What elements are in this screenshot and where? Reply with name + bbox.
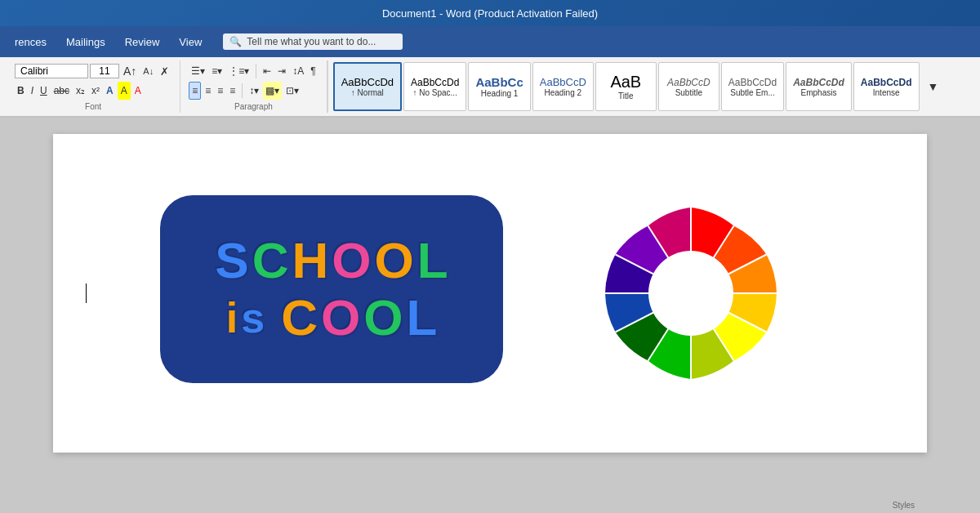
sort-button[interactable]: ↕A xyxy=(290,62,306,80)
style-subtle-em-text: AaBbCcDd xyxy=(728,77,777,88)
style-subtitle-text: AaBbCcD xyxy=(667,77,710,88)
styles-label: Styles xyxy=(893,501,915,510)
style-heading1-text: AaBbCc xyxy=(475,75,523,89)
line-spacing-button[interactable]: ↕▾ xyxy=(247,82,261,100)
letter-L2: L xyxy=(406,292,437,343)
sticker-background: S C H O O L i s C O O L xyxy=(160,195,503,383)
menu-view[interactable]: View xyxy=(171,33,210,51)
style-emphasis-text: AaBbCcDd xyxy=(793,77,844,88)
ribbon: Calibri 11 A↑ A↓ ✗ B I U abc x₂ x² A A A… xyxy=(0,57,980,118)
letter-O2: O xyxy=(375,235,414,286)
letter-O3: O xyxy=(321,292,360,343)
font-color-button[interactable]: A xyxy=(132,82,144,100)
sticker-line1: S C H O O L xyxy=(215,235,448,286)
text-cursor xyxy=(86,283,87,303)
color-wheel-svg xyxy=(601,203,781,383)
highlight-button[interactable]: A xyxy=(118,82,131,100)
letter-C2: C xyxy=(281,292,318,343)
clear-format-button[interactable]: ✗ xyxy=(158,62,172,80)
title-bar: Document1 - Word (Product Activation Fai… xyxy=(0,0,980,26)
letter-O4: O xyxy=(363,292,403,343)
show-marks-button[interactable]: ¶ xyxy=(308,62,318,80)
style-subtitle-label: Subtitle xyxy=(675,88,702,97)
shrink-font-button[interactable]: A↓ xyxy=(140,62,156,80)
letter-H: H xyxy=(292,235,329,286)
style-heading1-label: Heading 1 xyxy=(481,89,519,98)
style-emphasis-label: Emphasis xyxy=(801,88,837,97)
letter-C: C xyxy=(252,235,289,286)
style-no-spacing-label: ↑ No Spac... xyxy=(412,88,457,97)
ribbon-group-paragraph: ☰▾ ≡▾ ⋮≡▾ ⇤ ⇥ ↕A ¶ ≡ ≡ ≡ ≡ ↕▾ ▩▾ ⊡▾ Para… xyxy=(180,60,327,113)
font-format-row: B I U abc x₂ x² A A A xyxy=(15,82,144,100)
borders-button[interactable]: ⊡▾ xyxy=(283,82,301,100)
document-area: S C H O O L i s C O O L xyxy=(0,118,980,469)
style-subtle-em[interactable]: AaBbCcDd Subtle Em... xyxy=(721,62,784,111)
style-intense-label: Intense xyxy=(873,88,900,97)
color-wheel xyxy=(601,203,781,383)
search-box[interactable]: 🔍 Tell me what you want to do... xyxy=(223,33,403,50)
style-subtle-em-label: Subtle Em... xyxy=(730,88,774,97)
style-no-spacing[interactable]: AaBbCcDd ↑ No Spac... xyxy=(403,62,466,111)
multilevel-list-button[interactable]: ⋮≡▾ xyxy=(226,62,252,80)
style-normal[interactable]: AaBbCcDd ↑ Normal xyxy=(333,62,402,111)
sticker-line2: i s C O O L xyxy=(226,292,438,343)
style-subtitle[interactable]: AaBbCcD Subtitle xyxy=(658,62,719,111)
school-cool-sticker: S C H O O L i s C O O L xyxy=(160,195,503,391)
search-placeholder: Tell me what you want to do... xyxy=(247,36,376,47)
strikethrough-button[interactable]: abc xyxy=(51,82,72,100)
justify-button[interactable]: ≡ xyxy=(227,82,238,100)
menu-references[interactable]: rences xyxy=(7,33,55,51)
style-intense-text: AaBbCcDd xyxy=(861,77,912,88)
font-name-input[interactable]: Calibri xyxy=(15,64,88,78)
letter-S: S xyxy=(215,235,248,286)
italic-button[interactable]: I xyxy=(29,82,36,100)
style-heading2-text: AaBbCcD xyxy=(540,76,586,88)
subscript-button[interactable]: x₂ xyxy=(74,82,87,100)
align-left-button[interactable]: ≡ xyxy=(189,82,201,100)
underline-button[interactable]: U xyxy=(38,82,50,100)
style-no-spacing-text: AaBbCcDd xyxy=(411,77,459,88)
superscript-button[interactable]: x² xyxy=(89,82,102,100)
bullets-button[interactable]: ☰▾ xyxy=(189,62,207,80)
letter-s2: s xyxy=(241,297,265,339)
style-heading2-label: Heading 2 xyxy=(544,88,581,97)
style-normal-text: AaBbCcDd xyxy=(341,76,394,88)
list-row: ☰▾ ≡▾ ⋮≡▾ ⇤ ⇥ ↕A ¶ xyxy=(189,62,318,80)
style-intense[interactable]: AaBbCcDd Intense xyxy=(853,62,920,111)
decrease-indent-button[interactable]: ⇤ xyxy=(261,62,274,80)
numbering-button[interactable]: ≡▾ xyxy=(209,62,225,80)
letter-i: i xyxy=(226,297,238,339)
style-heading2[interactable]: AaBbCcD Heading 2 xyxy=(532,62,594,111)
style-normal-label: ↑ Normal xyxy=(351,88,384,97)
search-icon: 🔍 xyxy=(229,36,242,47)
shading-button[interactable]: ▩▾ xyxy=(263,82,282,100)
title-bar-text: Document1 - Word (Product Activation Fai… xyxy=(382,7,598,20)
bold-button[interactable]: B xyxy=(15,82,27,100)
style-title[interactable]: AaB Title xyxy=(595,62,657,111)
align-center-button[interactable]: ≡ xyxy=(203,82,213,100)
align-right-button[interactable]: ≡ xyxy=(215,82,225,100)
ribbon-tools: Calibri 11 A↑ A↓ ✗ B I U abc x₂ x² A A A… xyxy=(0,57,980,116)
styles-more-button[interactable]: ▼ xyxy=(924,78,942,96)
font-name-row: Calibri 11 A↑ A↓ ✗ xyxy=(15,62,172,80)
letter-L: L xyxy=(417,235,448,286)
align-row: ≡ ≡ ≡ ≡ ↕▾ ▩▾ ⊡▾ xyxy=(189,82,301,100)
menu-bar: rences Mailings Review View 🔍 Tell me wh… xyxy=(0,26,980,57)
letter-O1: O xyxy=(332,235,371,286)
grow-font-button[interactable]: A↑ xyxy=(121,62,139,80)
document-page[interactable]: S C H O O L i s C O O L xyxy=(53,134,927,453)
ribbon-group-font: Calibri 11 A↑ A↓ ✗ B I U abc x₂ x² A A A… xyxy=(7,60,180,113)
font-size-input[interactable]: 11 xyxy=(90,64,119,78)
menu-review[interactable]: Review xyxy=(117,33,168,51)
increase-indent-button[interactable]: ⇥ xyxy=(275,62,288,80)
styles-panel: AaBbCcDd ↑ Normal AaBbCcDd ↑ No Spac... … xyxy=(327,60,973,113)
style-emphasis[interactable]: AaBbCcDd Emphasis xyxy=(786,62,852,111)
paragraph-label: Paragraph xyxy=(234,102,273,111)
font-label: Font xyxy=(85,102,101,111)
style-heading1[interactable]: AaBbCc Heading 1 xyxy=(468,62,530,111)
style-title-label: Title xyxy=(618,91,634,100)
style-title-text: AaB xyxy=(610,73,641,91)
text-effects-button[interactable]: A xyxy=(104,82,116,100)
menu-mailings[interactable]: Mailings xyxy=(58,33,114,51)
